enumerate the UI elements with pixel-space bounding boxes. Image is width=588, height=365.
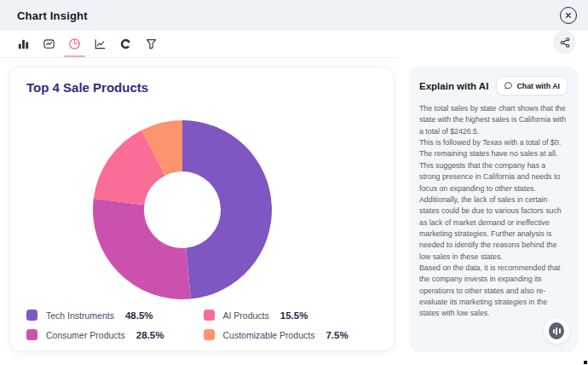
- chat-with-ai-button[interactable]: Chat with AI: [496, 76, 568, 96]
- ai-explanation-text: The total sales by state chart shows tha…: [419, 103, 568, 320]
- chat-with-ai-label: Chat with AI: [517, 82, 561, 90]
- close-button[interactable]: [560, 7, 577, 24]
- ai-explanation-paragraph: The total sales by state chart shows tha…: [419, 103, 568, 137]
- panel-sparkline-icon: [43, 38, 55, 50]
- pie-chart-icon: [68, 38, 81, 50]
- funnel-icon: [145, 38, 158, 50]
- screenshot-artifact: [584, 361, 587, 364]
- donut-chart: [89, 116, 276, 304]
- legend-item-tech-instruments[interactable]: Tech Instruments48.5%: [26, 310, 195, 321]
- donut-slice-consumer-products[interactable]: [93, 199, 191, 299]
- share-button[interactable]: [553, 31, 576, 54]
- read-aloud-button[interactable]: [544, 318, 569, 344]
- chart-type-toolbar: [0, 31, 588, 58]
- bar-chart-icon: [17, 38, 30, 50]
- legend-swatch: [26, 310, 37, 321]
- donut-chart-icon: [119, 38, 132, 50]
- window-title: Chart Insight: [17, 9, 88, 22]
- tab-pie-chart[interactable]: [66, 31, 84, 57]
- legend-percent: 28.5%: [136, 330, 164, 340]
- share-icon: [559, 37, 571, 49]
- legend-percent: 48.5%: [125, 310, 153, 321]
- legend-item-ai-products[interactable]: AI Products15.5%: [204, 310, 372, 321]
- legend-label: AI Products: [223, 310, 269, 321]
- chart-insight-window: Chart Insight: [0, 0, 588, 365]
- ai-explanation-paragraph: Additionally, the lack of sales in certa…: [419, 194, 568, 263]
- tab-bar-chart[interactable]: [14, 31, 32, 57]
- line-chart-icon: [94, 38, 107, 50]
- tab-donut-chart[interactable]: [117, 31, 135, 57]
- legend-percent: 15.5%: [280, 310, 308, 321]
- tab-panel-chart[interactable]: [40, 31, 58, 57]
- chart-card: Top 4 Sale Products Tech Instruments48.5…: [9, 67, 395, 351]
- legend-swatch: [204, 329, 215, 340]
- chart-title: Top 4 Sale Products: [26, 80, 148, 95]
- ai-panel-title: Explain with AI: [419, 81, 488, 91]
- legend-swatch: [26, 329, 37, 340]
- ai-explanation-paragraph: This is followed by Texas with a total o…: [419, 137, 568, 194]
- legend-label: Customizable Products: [223, 330, 315, 340]
- tab-funnel-chart[interactable]: [142, 31, 160, 57]
- close-icon: [564, 11, 573, 20]
- audio-waveform-icon: [549, 322, 564, 339]
- ai-panel-header: Explain with AI Chat with AI: [419, 76, 568, 96]
- donut-slice-tech-instruments[interactable]: [182, 120, 272, 299]
- ai-explanation-paragraph: Based on the data, it is recommended tha…: [419, 263, 568, 320]
- legend-label: Consumer Products: [46, 330, 125, 340]
- tab-line-chart[interactable]: [91, 31, 109, 57]
- legend-item-customizable-products[interactable]: Customizable Products7.5%: [204, 329, 372, 340]
- chart-type-tabs: [0, 31, 398, 58]
- explain-with-ai-panel: Explain with AI Chat with AI The total s…: [409, 67, 578, 352]
- legend-item-consumer-products[interactable]: Consumer Products28.5%: [26, 329, 195, 340]
- donut-chart-area: [89, 116, 276, 304]
- legend-label: Tech Instruments: [46, 310, 114, 321]
- legend-percent: 7.5%: [326, 330, 348, 340]
- legend-swatch: [204, 310, 215, 321]
- window-header: Chart Insight: [0, 0, 588, 31]
- chat-bubble-icon: [504, 81, 513, 90]
- chart-legend: Tech Instruments48.5%Consumer Products28…: [26, 310, 372, 340]
